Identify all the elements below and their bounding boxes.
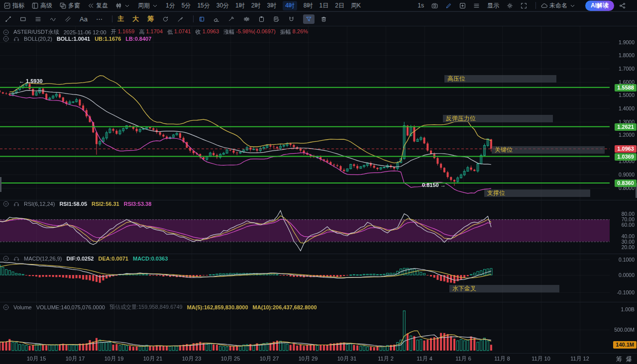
timeframe-2日[interactable]: 2日 [335,1,344,10]
boll-ub-value: UB:1.1676 [95,36,121,42]
rectangle-tool[interactable] [20,16,26,22]
trend-line-tool[interactable] [5,16,11,22]
ai-interpret-button[interactable]: AI解读 [585,0,614,11]
left-level-handle[interactable] [0,177,1,192]
alert-rsi-icon[interactable] [13,201,19,207]
multi-window-button[interactable]: 多窗 [60,1,80,10]
price-axis-tick: 1.7000 [619,66,635,72]
volume-name[interactable]: Volume [13,304,32,310]
alert-macd-icon[interactable] [13,256,19,262]
main-chart-toggle[interactable]: 主 [117,14,124,23]
boll-lb-value: LB:0.8407 [125,36,151,42]
macd-name[interactable]: MACD(12,26,9) [24,256,62,262]
collapse-volume-icon[interactable] [3,304,9,310]
x-axis-label: 11月 10 [529,355,553,363]
screenshot-button[interactable] [431,2,438,9]
rebound-pressure-label[interactable]: 反弹压力位 [443,115,553,122]
macd-axis-tick: -0.1000 [617,289,635,295]
open-value: 1.1659 [118,28,135,36]
price-axis-tick: 1.4000 [619,105,635,111]
volume-info-row: Volume VOLUME:140,075,076.0000 预估成交量:159… [3,303,317,311]
amplitude-label: 振幅 [280,28,291,36]
timeframe-30分[interactable]: 30分 [216,1,229,10]
rebound-badge: 1.2621 [615,123,637,131]
boll-name[interactable]: BOLL(20,2) [24,36,52,42]
x-axis-label: 10月 15 [24,355,49,363]
advanced-button-label: 高级 [40,1,52,10]
timeframe-1分[interactable]: 1分 [166,1,175,10]
magnet-tool[interactable] [288,16,295,22]
note-tool[interactable] [273,16,280,22]
period-button[interactable]: 周期 [138,1,158,10]
rsi2-value: RSI2:56.31 [92,201,119,207]
boll-info-row: BOLL(20,2) BOLL:1.0041 UB:1.1676 LB:0.84… [3,36,151,42]
timeframe-2时[interactable]: 2时 [251,1,261,10]
fullscreen-button[interactable] [521,2,527,9]
list-button[interactable] [473,2,480,9]
annotate-button[interactable] [445,2,452,9]
share-button[interactable] [619,2,626,9]
rsi-info-row: RSI(6,12,24) RSI1:58.05 RSI2:56.31 RSI3:… [3,201,151,207]
macd-axis-tick: 0.1000 [619,257,635,263]
period-button-label: 周期 [138,1,150,10]
replay-button[interactable]: 复盘 [88,1,108,10]
bars-tool[interactable] [243,16,250,22]
x-axis-label: 10月 23 [179,355,204,363]
underwater-cross-label[interactable]: 水下金叉 [449,285,559,292]
text-tool[interactable]: Aa [80,15,88,23]
eraser-tool[interactable] [213,16,220,22]
liquidation-corner-button[interactable]: 爆 [626,355,632,364]
quick-draw-tool[interactable] [177,16,184,22]
x-axis-label: 10月 21 [140,355,165,363]
copy-tool[interactable] [199,16,205,22]
horizontal-lines-tool[interactable] [35,16,41,22]
new-window-button[interactable] [459,2,466,9]
key-level-label[interactable]: 关键位 [492,146,605,154]
collapse-boll-icon[interactable] [3,36,9,42]
timeframe-15分[interactable]: 15分 [197,1,210,10]
timeframe-周K[interactable]: 周K [351,1,361,10]
low-label: 低 [167,28,173,36]
symbol-name[interactable]: ASTER/USDT永续 [13,28,59,36]
timeframe-1时[interactable]: 1时 [235,1,245,10]
timeframe-3时[interactable]: 3时 [267,1,276,10]
settings-button[interactable] [507,2,513,9]
alert-boll-icon[interactable] [13,36,19,42]
change-label: 涨幅 [223,28,234,36]
timeframe-4时[interactable]: 4时 [283,1,297,10]
dea-value: DEA:0.0071 [98,256,128,262]
collapse-rsi-icon[interactable] [3,201,9,207]
wave-tool[interactable] [50,16,56,22]
interval-1s-button[interactable]: 1s [418,2,424,9]
volume-value: VOLUME:140,075,076.0000 [36,304,105,310]
document-name-button[interactable]: 未命名 [541,1,576,10]
indicators-button[interactable]: 指标 [4,1,24,10]
collapse-main-icon[interactable] [3,29,9,35]
rewind-icon [88,2,94,9]
timeframe-1日[interactable]: 1日 [319,1,329,10]
replay-button-label: 复盘 [96,1,108,10]
large-view-toggle[interactable]: 大 [132,14,139,23]
chips-toggle[interactable]: 筹 [147,14,154,23]
high-pressure-label[interactable]: 高压位 [444,75,556,83]
multi-window-button-label: 多窗 [68,1,80,10]
chart-style-button[interactable] [115,2,130,9]
rsi-name[interactable]: RSI(6,12,24) [24,201,55,207]
delete-tool[interactable] [320,16,327,22]
display-button[interactable]: 显示 [487,1,499,10]
timeframe-8时[interactable]: 8时 [304,1,313,10]
chips-corner-button[interactable]: 筹 [616,355,622,364]
channel-tool[interactable] [65,16,71,22]
more-tools[interactable]: ⋯ [96,15,103,23]
refresh-tool[interactable] [162,16,169,22]
open-label: 开 [111,28,116,36]
clipboard-tool[interactable] [258,16,265,22]
support-label[interactable]: 支撑位 [484,189,590,197]
top-toolbar: 指标高级多窗复盘周期1分5分15分30分1时2时3时4时8时1日2日周K1s显示… [0,0,637,11]
filter-tool[interactable] [303,14,315,24]
volume-ma10-value: MA(10):206,437,682.8000 [253,304,317,310]
collapse-macd-icon[interactable] [3,256,9,262]
brush-tool[interactable] [228,16,235,22]
timeframe-5分[interactable]: 5分 [182,1,191,10]
advanced-button[interactable]: 高级 [32,1,52,10]
